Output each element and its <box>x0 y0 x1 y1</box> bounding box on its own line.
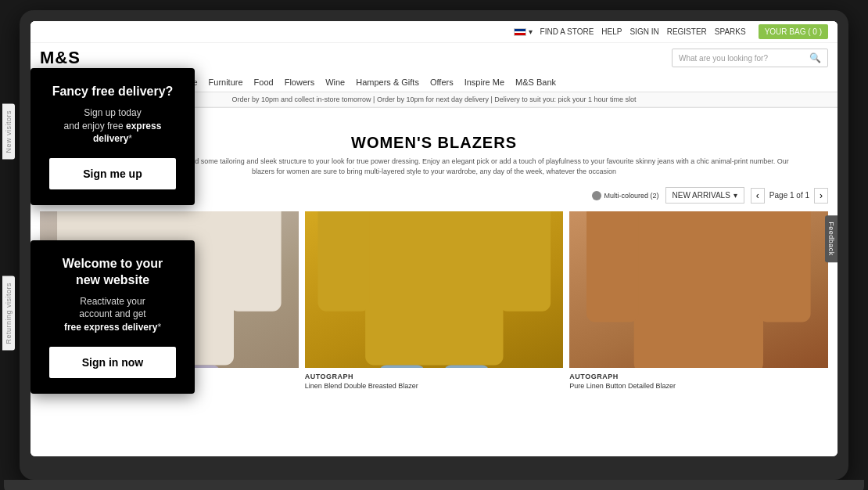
svg-rect-3 <box>229 211 281 312</box>
sort-label: NEW ARRIVALS <box>673 191 730 200</box>
nav-item-flowers[interactable]: Flowers <box>285 77 315 87</box>
color-filter[interactable]: Multi-coloured (2) <box>592 189 659 202</box>
returning-popup-title: Welcome to your new website <box>49 256 176 289</box>
nav-item-food[interactable]: Food <box>254 77 274 87</box>
svg-rect-13 <box>634 211 763 368</box>
product-image-3 <box>569 211 828 368</box>
product-card-3[interactable]: AUTOGRAPH Pure Linen Button Detailed Bla… <box>569 211 828 390</box>
product-name-3: Pure Linen Button Detailed Blazer <box>569 382 828 390</box>
flag-icon: ▾ <box>514 27 533 36</box>
sign-in-now-button[interactable]: Sign in now <box>49 347 176 378</box>
sign-me-up-button[interactable]: Sign me up <box>49 158 176 189</box>
product-name-2: Linen Blend Double Breasted Blazer <box>305 382 564 390</box>
svg-rect-14 <box>586 211 638 322</box>
new-visitors-tab[interactable]: New visitors <box>2 104 15 160</box>
svg-rect-7 <box>365 211 503 365</box>
product-figure-2 <box>305 211 564 368</box>
prev-page-button[interactable]: ‹ <box>751 188 765 204</box>
chevron-down-icon: ▾ <box>733 191 737 200</box>
nav-item-hampers[interactable]: Hampers & Gifts <box>356 77 419 87</box>
sign-in-link[interactable]: SIGN IN <box>629 27 658 36</box>
svg-rect-11 <box>443 366 490 369</box>
search-icon: 🔍 <box>809 52 821 63</box>
color-filter-label: Multi-coloured (2) <box>604 192 659 200</box>
site-logo: M&S <box>40 48 87 68</box>
returning-popup-subtitle: Reactivate your account and get free exp… <box>49 295 176 334</box>
product-image-2 <box>305 211 564 368</box>
svg-rect-8 <box>317 211 369 312</box>
returning-visitors-tab[interactable]: Returning visitors <box>2 276 15 351</box>
laptop-screen: ▾ FIND A STORE HELP SIGN IN REGISTER SPA… <box>30 21 838 456</box>
ms-website: ▾ FIND A STORE HELP SIGN IN REGISTER SPA… <box>30 21 838 456</box>
nav-item-bank[interactable]: M&S Bank <box>515 77 556 87</box>
search-input[interactable]: What are you looking for? <box>679 54 805 63</box>
find-store-link[interactable]: FIND A STORE <box>540 27 594 36</box>
new-popup-subtitle: Sign up today and enjoy free express del… <box>49 106 176 146</box>
svg-rect-10 <box>378 366 425 369</box>
product-figure-3 <box>569 211 828 368</box>
laptop-base <box>4 480 864 490</box>
returning-visitors-popup: Welcome to your new website Reactivate y… <box>30 240 195 394</box>
bag-button[interactable]: YOUR BAG ( 0 ) <box>759 24 828 39</box>
laptop-frame: ▾ FIND A STORE HELP SIGN IN REGISTER SPA… <box>20 10 848 480</box>
new-popup-title: Fancy free delivery? <box>49 84 176 100</box>
nav-item-inspire[interactable]: Inspire Me <box>464 77 504 87</box>
nav-item-wine[interactable]: Wine <box>325 77 345 87</box>
sparks-link[interactable]: SPARKS <box>715 27 746 36</box>
product-badge-2: AUTOGRAPH <box>305 373 564 380</box>
register-link[interactable]: REGISTER <box>667 27 707 36</box>
help-link[interactable]: HELP <box>601 27 622 36</box>
product-badge-3: AUTOGRAPH <box>569 373 828 380</box>
nav-item-furniture[interactable]: Furniture <box>209 77 243 87</box>
page-info: Page 1 of 1 <box>769 191 809 200</box>
top-bar: ▾ FIND A STORE HELP SIGN IN REGISTER SPA… <box>30 21 838 43</box>
pagination: ‹ Page 1 of 1 › <box>751 188 828 204</box>
sort-dropdown[interactable]: NEW ARRIVALS ▾ <box>665 187 744 204</box>
next-page-button[interactable]: › <box>814 188 828 204</box>
swatch-icon <box>592 191 601 200</box>
svg-rect-9 <box>499 211 551 312</box>
feedback-tab[interactable]: Feedback <box>825 215 838 262</box>
product-card-2[interactable]: AUTOGRAPH Linen Blend Double Breasted Bl… <box>305 211 564 390</box>
search-bar[interactable]: What are you looking for? 🔍 <box>672 49 828 67</box>
nav-item-offers[interactable]: Offers <box>430 77 454 87</box>
new-visitors-popup: Fancy free delivery? Sign up today and e… <box>30 68 195 205</box>
svg-rect-15 <box>759 211 811 322</box>
